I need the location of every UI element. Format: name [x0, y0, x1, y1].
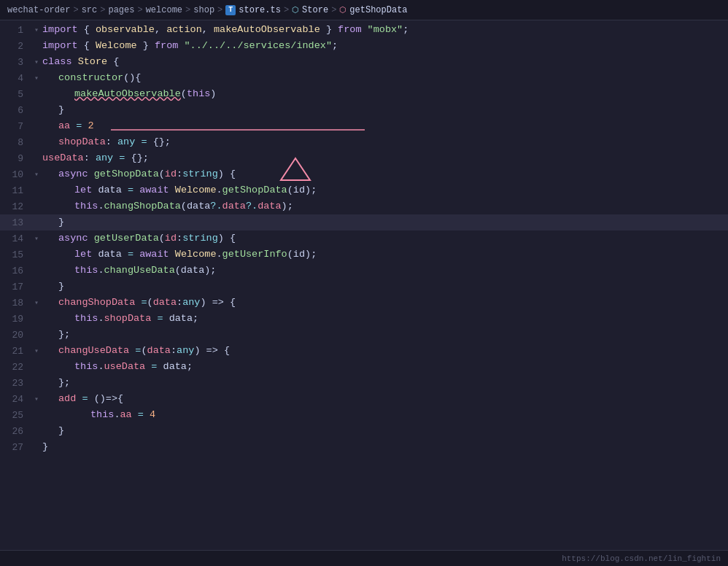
line-content: this.aa = 4: [42, 407, 728, 423]
collapse-arrow-icon[interactable]: ▾: [34, 26, 39, 34]
line-gutter: ▾: [31, 298, 42, 307]
code-line: 14▾async getUserData(id:string) {: [0, 230, 728, 247]
code-line: 16this.changUseData(data);: [0, 263, 728, 279]
line-number: 15: [0, 249, 31, 260]
breadcrumb-sep: >: [73, 5, 78, 15]
line-gutter: ▾: [31, 346, 42, 355]
code-line: 24▾add = ()=>{: [0, 391, 728, 407]
line-gutter: ▾: [31, 395, 42, 403]
line-content: add = ()=>{: [42, 391, 728, 407]
collapse-arrow-icon[interactable]: ▾: [34, 58, 39, 66]
line-content: async getShopData(id:string) {: [42, 166, 728, 182]
breadcrumb-class: Store: [302, 5, 328, 15]
line-number: 23: [0, 378, 31, 389]
code-line: 23};: [0, 375, 728, 391]
code-line: 3▾class Store {: [0, 54, 728, 70]
collapse-arrow-icon[interactable]: ▾: [34, 298, 39, 307]
breadcrumb-folder: src: [82, 5, 98, 15]
code-line: 20};: [0, 327, 728, 343]
breadcrumb-sep: >: [284, 5, 289, 15]
code-line: 7aa = 2: [0, 118, 728, 134]
line-number: 12: [0, 201, 31, 212]
line-content: this.useData = data;: [42, 359, 728, 375]
collapse-arrow-icon[interactable]: ▾: [34, 234, 39, 243]
code-line: 19this.shopData = data;: [0, 311, 728, 327]
line-number: 4: [0, 73, 31, 84]
code-line: 8shopData: any = {};: [0, 134, 728, 150]
code-line: 17}: [0, 279, 728, 295]
line-number: 9: [0, 153, 31, 164]
line-number: 14: [0, 233, 31, 244]
line-number: 19: [0, 314, 31, 325]
code-line: 25this.aa = 4: [0, 407, 728, 423]
line-content: let data = await Welcome.getShopData(id)…: [42, 182, 728, 198]
line-content: this.changUseData(data);: [42, 263, 728, 279]
line-content: constructor(){: [42, 70, 728, 86]
breadcrumb-folder: wechat-order: [7, 5, 70, 15]
line-content: }: [42, 439, 728, 455]
code-line: 6}: [0, 102, 728, 118]
ts-icon: T: [225, 5, 236, 15]
breadcrumb-bar: wechat-order > src > pages > welcome > s…: [0, 0, 728, 20]
code-lines: 1▾import { observable, action, makeAutoO…: [0, 20, 728, 550]
breadcrumb-method-icon: ⬡: [339, 5, 346, 15]
collapse-arrow-icon[interactable]: ▾: [34, 395, 39, 403]
breadcrumb-sep: >: [185, 5, 190, 15]
breadcrumb-class-icon: ⬡: [292, 5, 299, 15]
line-number: 26: [0, 426, 31, 437]
line-content: changShopData =(data:any) => {: [42, 295, 728, 311]
code-line: 22this.useData = data;: [0, 359, 728, 375]
breadcrumb-folder: shop: [193, 5, 214, 15]
code-line: 10▾async getShopData(id:string) {: [0, 166, 728, 182]
line-content: }: [42, 214, 728, 230]
line-number: 7: [0, 121, 31, 132]
code-line: 5makeAutoObservable(this): [0, 86, 728, 102]
code-line: 4▾constructor(){: [0, 70, 728, 86]
code-line: 1▾import { observable, action, makeAutoO…: [0, 22, 728, 38]
code-line: 9useData: any = {};: [0, 150, 728, 166]
code-line: 27}: [0, 439, 728, 455]
line-number: 27: [0, 442, 31, 453]
line-content: changUseData =(data:any) => {: [42, 343, 728, 359]
line-number: 21: [0, 346, 31, 357]
line-content: };: [42, 327, 728, 343]
breadcrumb-sep: >: [100, 5, 105, 15]
line-gutter: ▾: [31, 26, 42, 34]
line-number: 17: [0, 282, 31, 292]
line-number: 2: [0, 41, 31, 52]
line-number: 24: [0, 394, 31, 405]
code-line: 21▾changUseData =(data:any) => {: [0, 343, 728, 359]
line-number: 11: [0, 185, 31, 196]
code-line: 11let data = await Welcome.getShopData(i…: [0, 182, 728, 198]
code-line: 12this.changShopData(data?.data?.data);: [0, 198, 728, 214]
code-line: 2import { Welcome } from "../../../servi…: [0, 38, 728, 54]
status-url: https://blog.csdn.net/lin_fightin: [562, 554, 721, 563]
line-content: import { observable, action, makeAutoObs…: [42, 22, 728, 38]
line-content: }: [42, 279, 728, 295]
line-number: 3: [0, 57, 31, 68]
breadcrumb-sep: >: [331, 5, 336, 15]
collapse-arrow-icon[interactable]: ▾: [34, 170, 39, 179]
line-number: 13: [0, 217, 31, 228]
line-gutter: ▾: [31, 74, 42, 82]
line-content: class Store {: [42, 54, 728, 70]
line-content: import { Welcome } from "../../../servic…: [42, 38, 728, 54]
line-gutter: ▾: [31, 58, 42, 66]
collapse-arrow-icon[interactable]: ▾: [34, 74, 39, 82]
breadcrumb-method: getShopData: [349, 5, 407, 15]
line-content: aa = 2: [42, 118, 728, 134]
line-content: }: [42, 102, 728, 118]
line-number: 8: [0, 137, 31, 148]
line-content: }: [42, 423, 728, 439]
code-line: 15let data = await Welcome.getUserInfo(i…: [0, 247, 728, 263]
line-number: 5: [0, 89, 31, 100]
line-number: 1: [0, 25, 31, 36]
line-gutter: ▾: [31, 234, 42, 243]
collapse-arrow-icon[interactable]: ▾: [34, 346, 39, 355]
breadcrumb-folder: pages: [108, 5, 134, 15]
line-content: };: [42, 375, 728, 391]
status-bar: https://blog.csdn.net/lin_fightin: [0, 550, 728, 566]
breadcrumb-sep: >: [137, 5, 142, 15]
line-gutter: ▾: [31, 170, 42, 179]
line-content: this.shopData = data;: [42, 311, 728, 327]
